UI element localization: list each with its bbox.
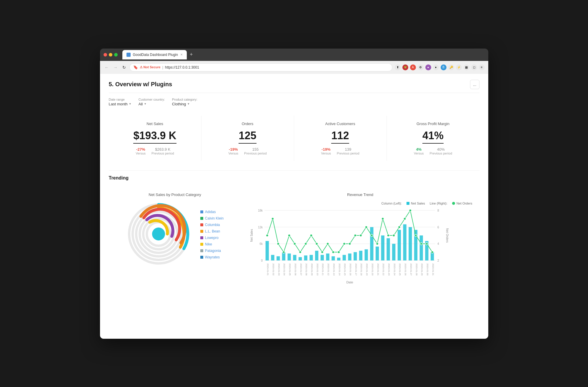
svg-text:2023-01-24: 2023-01-24 [393, 263, 396, 275]
extension-icon-1[interactable]: A [410, 64, 416, 70]
browser-window: GoodData Dashboard Plugin ✕ + ← → ↻ 🔖 ⚠ … [100, 49, 488, 339]
tab-close-icon[interactable]: ✕ [180, 53, 183, 56]
kpi-delta-value: -19% [321, 147, 331, 152]
svg-text:2023-01-06: 2023-01-06 [294, 263, 297, 275]
date-range-arrow: ▼ [129, 102, 131, 105]
legend-label[interactable]: Nike [205, 242, 212, 246]
bar [397, 230, 401, 260]
wallet-icon[interactable]: ◻ [471, 64, 477, 70]
svg-point-37 [365, 226, 367, 228]
svg-text:2023-01-05: 2023-01-05 [289, 263, 291, 275]
close-button[interactable] [104, 53, 107, 57]
svg-text:Net Orders: Net Orders [446, 228, 449, 243]
svg-point-46 [414, 234, 417, 237]
kpi-prev-value: 139 [337, 147, 359, 152]
svg-text:2023-01-19: 2023-01-19 [366, 263, 368, 275]
extension-icon-6[interactable]: 🔑 [448, 64, 454, 70]
customer-country-filter: Customer country: All ▼ [139, 98, 165, 106]
extension-icon-4[interactable]: ♦ [433, 64, 439, 70]
bar [403, 224, 406, 260]
bar [320, 255, 324, 260]
svg-point-44 [404, 217, 406, 220]
bar [304, 255, 307, 260]
forward-button[interactable]: → [112, 64, 119, 71]
svg-text:2023-01-21: 2023-01-21 [377, 263, 379, 275]
date-range-filter: Date range Last month ▼ [109, 98, 131, 106]
bar [293, 255, 296, 260]
reload-button[interactable]: ↻ [121, 64, 127, 71]
svg-text:2023-01-12: 2023-01-12 [327, 263, 330, 275]
kpi-card-2: Active Customers 112 -19% Versus 139 Pre… [294, 116, 387, 161]
brave-icon[interactable]: 🦁 [402, 64, 408, 70]
donut-chart-panel: Net Sales by Product Category [109, 188, 241, 300]
donut-chart-title: Net Sales by Product Category [114, 192, 236, 197]
kpi-delta: -19% Versus [321, 147, 331, 155]
chart-legend-top: Column (Left): Net Sales Line (Right): N… [248, 202, 472, 205]
active-tab[interactable]: GoodData Dashboard Plugin ✕ [122, 50, 187, 59]
svg-point-40 [382, 217, 384, 220]
sidebar-toggle[interactable]: ▦ [464, 64, 469, 70]
svg-point-21 [277, 243, 279, 245]
svg-point-43 [398, 226, 400, 228]
extension-icon-7[interactable]: ⚡ [456, 64, 462, 70]
svg-point-34 [349, 243, 351, 245]
address-bar[interactable]: 🔖 ⚠ Not Secure | https://127.0.0.1:3001 [129, 63, 392, 72]
kpi-comparison: -19% Versus 155 Previous period [209, 147, 287, 155]
legend-label[interactable]: Columbia [205, 223, 220, 227]
minimize-button[interactable] [109, 53, 112, 57]
svg-point-22 [282, 251, 285, 253]
tab-area: GoodData Dashboard Plugin ✕ + [122, 50, 195, 59]
product-category-value[interactable]: Clothing ▼ [172, 102, 197, 106]
kpi-prev: 40% Previous period [430, 147, 452, 155]
svg-text:6: 6 [437, 225, 439, 229]
bar [276, 256, 280, 260]
more-options-button[interactable]: ... [470, 80, 479, 89]
legend-dot [200, 256, 203, 259]
svg-text:12k: 12k [258, 225, 263, 229]
svg-point-45 [409, 209, 411, 212]
legend-label[interactable]: Wayrates [205, 255, 220, 259]
legend-label[interactable]: L.L. Bean [205, 229, 220, 233]
svg-point-48 [425, 243, 428, 245]
charts-row: Net Sales by Product Category [109, 188, 479, 300]
bar [359, 250, 362, 260]
svg-text:2023-01-15: 2023-01-15 [344, 263, 346, 275]
bar [381, 235, 384, 260]
net-sales-legend: Net Sales [407, 202, 425, 205]
svg-text:2023-01-08: 2023-01-08 [305, 263, 308, 275]
menu-icon[interactable]: ≡ [479, 64, 485, 70]
svg-point-28 [315, 243, 318, 245]
back-button[interactable]: ← [104, 64, 110, 71]
kpi-name: Active Customers [301, 122, 379, 126]
svg-text:2023-01-02: 2023-01-02 [272, 263, 275, 275]
revenue-chart-panel: Revenue Trend Column (Left): Net Sales L… [241, 188, 479, 300]
new-tab-button[interactable]: + [188, 52, 195, 58]
share-icon[interactable]: ⬆ [395, 64, 401, 70]
legend-label[interactable]: Adidas [205, 210, 216, 214]
bar [392, 244, 395, 260]
customer-country-label: Customer country: [139, 98, 165, 101]
extension-icon-5[interactable]: B [441, 64, 447, 70]
bar [326, 253, 329, 260]
customer-country-arrow: ▼ [144, 102, 146, 105]
maximize-button[interactable] [114, 53, 118, 57]
svg-point-30 [327, 243, 329, 245]
svg-text:2023-01-10: 2023-01-10 [316, 263, 319, 275]
legend-label[interactable]: Lowepro [205, 236, 219, 240]
customer-country-value[interactable]: All ▼ [139, 102, 165, 106]
extension-icon-2[interactable]: ⚙ [418, 64, 424, 70]
kpi-delta-value: -27% [136, 147, 146, 152]
svg-text:2023-01-09: 2023-01-09 [311, 263, 313, 275]
extension-icon-3[interactable]: ● [425, 64, 431, 70]
legend-label[interactable]: Patagonia [205, 249, 221, 253]
legend-label[interactable]: Calvin Klein [205, 216, 224, 220]
date-range-value[interactable]: Last month ▼ [109, 102, 131, 106]
legend-item: Wayrates [200, 255, 224, 259]
svg-point-36 [359, 234, 362, 237]
legend-dot [200, 230, 203, 233]
kpi-prev-label: Previous period [337, 152, 359, 155]
browser-toolbar: ← → ↻ 🔖 ⚠ Not Secure | https://127.0.0.1… [100, 61, 488, 74]
svg-point-49 [431, 251, 433, 253]
bar [337, 258, 340, 260]
bar [299, 257, 302, 260]
